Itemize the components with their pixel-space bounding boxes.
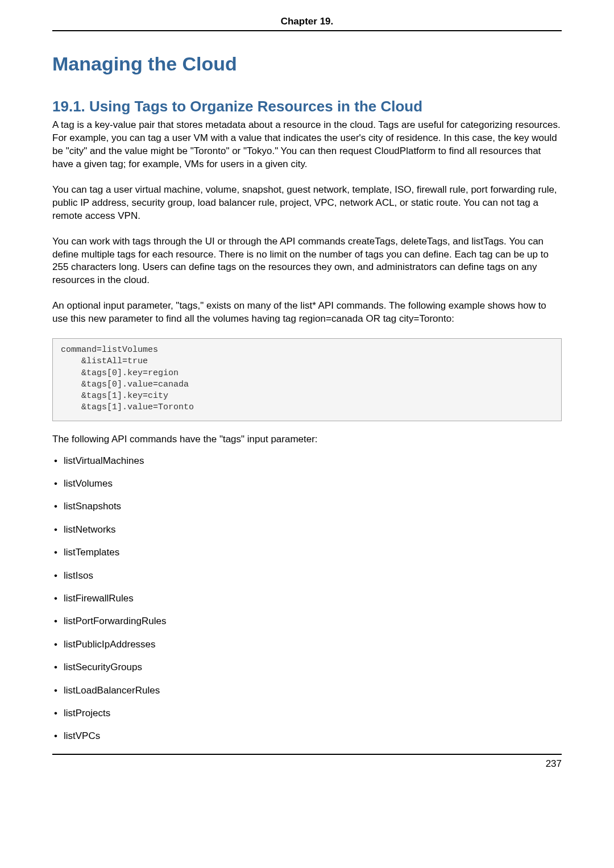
page-footer: 237: [52, 754, 562, 770]
list-item: listSnapshots: [52, 501, 562, 512]
list-item: listFirewallRules: [52, 593, 562, 604]
list-item: listIsos: [52, 570, 562, 582]
list-item: listProjects: [52, 708, 562, 719]
list-item: listPublicIpAddresses: [52, 639, 562, 650]
chapter-label: Chapter 19.: [281, 16, 334, 27]
list-item: listSecurityGroups: [52, 662, 562, 673]
paragraph-2: You can tag a user virtual machine, volu…: [52, 184, 562, 223]
paragraph-1: A tag is a key-value pair that stores me…: [52, 119, 562, 171]
paragraph-5: The following API commands have the "tag…: [52, 434, 562, 445]
code-block: command=listVolumes &listAll=true &tags[…: [52, 338, 562, 421]
paragraph-4: An optional input parameter, "tags," exi…: [52, 300, 562, 326]
list-item: listVirtualMachines: [52, 455, 562, 467]
section-title: 19.1. Using Tags to Organize Resources i…: [52, 98, 562, 115]
page-header: Chapter 19.: [52, 16, 562, 31]
list-item: listLoadBalancerRules: [52, 685, 562, 696]
list-item: listVolumes: [52, 478, 562, 489]
list-item: listPortForwardingRules: [52, 616, 562, 627]
api-commands-list: listVirtualMachines listVolumes listSnap…: [52, 455, 562, 742]
page-number: 237: [546, 758, 562, 769]
paragraph-3: You can work with tags through the UI or…: [52, 235, 562, 288]
list-item: listNetworks: [52, 524, 562, 535]
list-item: listTemplates: [52, 547, 562, 558]
chapter-title: Managing the Cloud: [52, 53, 562, 75]
list-item: listVPCs: [52, 730, 562, 742]
